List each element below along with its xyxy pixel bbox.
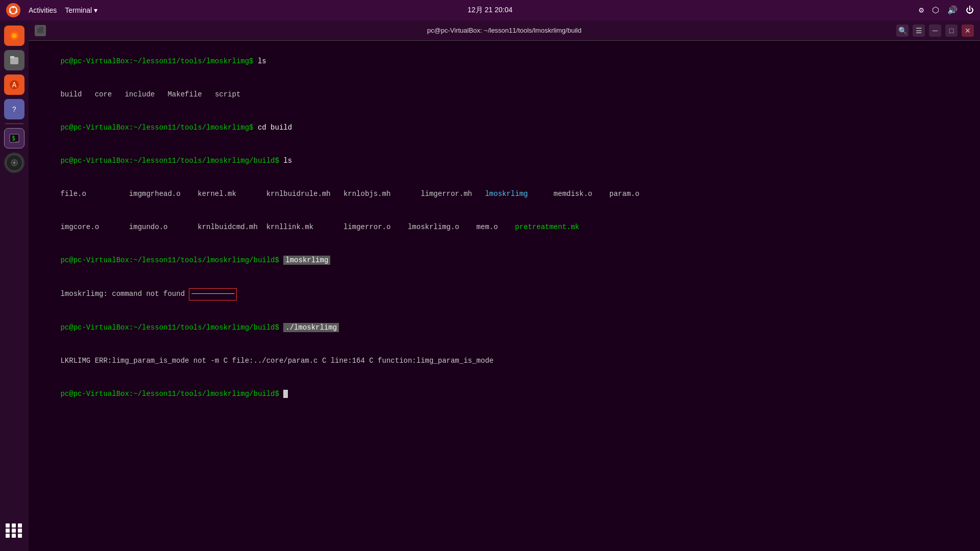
terminal-line-8: lmoskrlimg: command not found ────────── <box>35 277 974 311</box>
terminal-tab-icon: ⬛ <box>35 25 46 36</box>
minimize-button[interactable]: ─ <box>929 24 941 37</box>
terminal-line-3: pc@pc-VirtualBox:~/lesson11/tools/lmoskr… <box>35 111 974 144</box>
terminal-line-4: pc@pc-VirtualBox:~/lesson11/tools/lmoskr… <box>35 144 974 178</box>
dock-separator <box>5 123 23 124</box>
terminal-line-2: build core include Makefile script <box>35 78 974 111</box>
dock-terminal[interactable]: $_ <box>4 128 24 148</box>
close-button[interactable]: ✕ <box>962 24 974 37</box>
terminal-line-9: pc@pc-VirtualBox:~/lesson11/tools/lmoskr… <box>35 312 974 345</box>
ubuntu-icon[interactable] <box>6 3 20 17</box>
terminal-window: ⬛ pc@pc-VirtualBox: ~/lesson11/tools/lmo… <box>29 20 980 551</box>
svg-text:?: ? <box>12 106 16 114</box>
maximize-button[interactable]: □ <box>945 24 958 37</box>
terminal-line-11: pc@pc-VirtualBox:~/lesson11/tools/lmoskr… <box>35 378 974 411</box>
network-icon[interactable]: ⬡ <box>932 5 939 15</box>
dock-files[interactable] <box>4 50 24 70</box>
system-bar-left: Activities Terminal ▾ <box>6 3 97 17</box>
dock-help[interactable]: ? <box>4 99 24 119</box>
svg-point-16 <box>13 162 15 164</box>
terminal-line-6: imgcore.o imgundo.o krnlbuidcmd.mh krnll… <box>35 211 974 244</box>
dock-firefox[interactable] <box>4 26 24 46</box>
terminal-line-5: file.o imgmgrhead.o kernel.mk krnlbuidru… <box>35 178 974 211</box>
dock-disc[interactable] <box>4 153 24 173</box>
titlebar-left: ⬛ <box>35 25 46 36</box>
svg-point-3 <box>9 11 11 13</box>
application-dock: A ? $_ <box>0 20 29 551</box>
dock-software[interactable]: A <box>4 74 24 95</box>
svg-point-1 <box>12 6 14 8</box>
system-bar: Activities Terminal ▾ 12月 21 20:04 ⚙ ⬡ 🔊… <box>0 0 980 20</box>
activities-button[interactable]: Activities <box>29 6 57 14</box>
terminal-line-7: pc@pc-VirtualBox:~/lesson11/tools/lmoskr… <box>35 244 974 277</box>
terminal-content[interactable]: pc@pc-VirtualBox:~/lesson11/tools/lmoskr… <box>29 41 980 551</box>
sound-icon[interactable]: 🔊 <box>947 5 958 15</box>
svg-text:A: A <box>12 81 17 89</box>
svg-rect-7 <box>10 56 14 58</box>
search-button[interactable]: 🔍 <box>896 24 909 37</box>
terminal-line-1: pc@pc-VirtualBox:~/lesson11/tools/lmoskr… <box>35 45 974 78</box>
svg-rect-6 <box>10 57 18 64</box>
svg-text:$_: $_ <box>12 135 19 142</box>
svg-point-5 <box>12 33 17 38</box>
system-datetime: 12月 21 20:04 <box>468 6 512 15</box>
terminal-titlebar: ⬛ pc@pc-VirtualBox: ~/lesson11/tools/lmo… <box>29 20 980 41</box>
terminal-line-10: LKRLIMG ERR:limg_param_is_mode not -m C … <box>35 345 974 378</box>
menu-button[interactable]: ☰ <box>913 24 925 37</box>
terminal-menu[interactable]: Terminal ▾ <box>65 6 97 14</box>
dock-show-apps[interactable] <box>4 520 24 541</box>
terminal-title: pc@pc-VirtualBox: ~/lesson11/tools/lmosk… <box>427 27 581 34</box>
system-bar-right: ⚙ ⬡ 🔊 ⏻ <box>919 5 974 15</box>
power-icon[interactable]: ⏻ <box>966 6 974 15</box>
svg-point-2 <box>15 11 17 13</box>
settings-icon[interactable]: ⚙ <box>919 5 924 15</box>
titlebar-controls: 🔍 ☰ ─ □ ✕ <box>896 24 974 37</box>
terminal-cursor <box>283 390 288 398</box>
